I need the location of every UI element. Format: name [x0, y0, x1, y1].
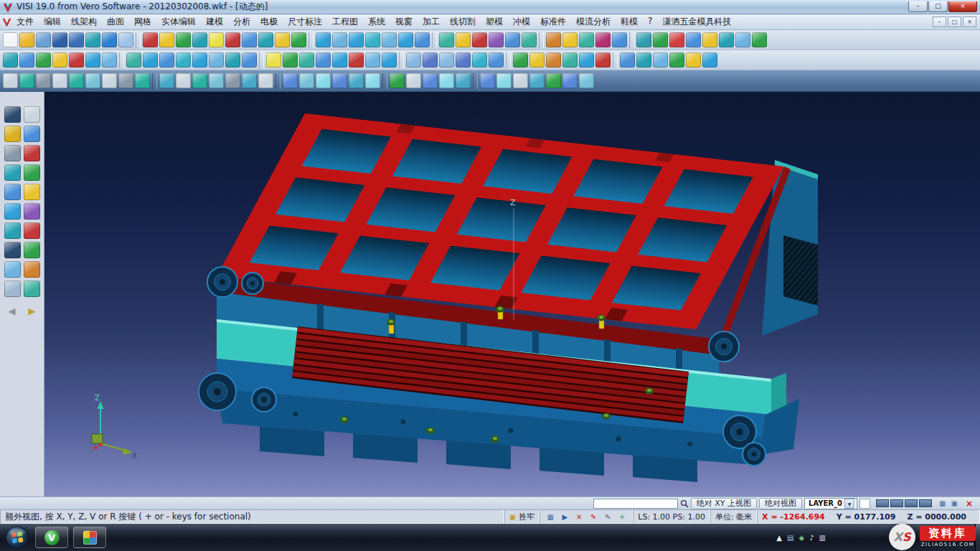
toolbar-icon[interactable] — [24, 106, 40, 123]
grid-icon[interactable]: ▦ — [939, 499, 946, 507]
toolbar-icon[interactable] — [118, 32, 133, 47]
toolbar-icon[interactable] — [349, 73, 364, 88]
toolbar-icon[interactable] — [595, 52, 611, 67]
viewport-canvas[interactable]: Z Z X — [44, 92, 980, 496]
menu-item[interactable]: 模流分析 — [571, 14, 616, 30]
toolbar-icon[interactable] — [612, 32, 627, 47]
toolbar-icon[interactable] — [4, 281, 21, 297]
toolbar-icon[interactable] — [209, 32, 224, 47]
toolbar-icon[interactable] — [242, 32, 257, 47]
toolbar-icon[interactable] — [382, 52, 397, 67]
toolbar-icon[interactable] — [3, 73, 18, 88]
toolbar-icon[interactable] — [686, 52, 701, 67]
toolbar-icon[interactable] — [382, 32, 397, 47]
status-tool-icon[interactable]: × — [573, 513, 585, 521]
toolbar-icon[interactable] — [423, 52, 438, 67]
toolbar-icon[interactable] — [102, 73, 117, 88]
toolbar-icon[interactable] — [52, 73, 67, 88]
menu-app-icon[interactable] — [2, 17, 11, 27]
toolbar-icon[interactable] — [4, 164, 21, 181]
menu-item[interactable]: ? — [643, 14, 657, 30]
toolbar-icon[interactable] — [4, 145, 21, 161]
menu-item[interactable]: 文件 — [11, 14, 39, 30]
toolbar-icon[interactable] — [4, 222, 21, 239]
toolbar-icon[interactable] — [299, 52, 314, 67]
chevron-down-icon[interactable]: ▼ — [844, 499, 854, 509]
toolbar-icon[interactable] — [390, 73, 405, 88]
toolbar-icon[interactable] — [4, 126, 21, 142]
toolbar-icon[interactable] — [686, 32, 701, 47]
toolbar-icon[interactable] — [669, 52, 684, 67]
color-swatch[interactable] — [919, 499, 932, 507]
menu-item[interactable]: 尺寸标注 — [283, 14, 327, 30]
layer-color-box[interactable] — [859, 499, 870, 509]
minimize-button[interactable]: – — [908, 1, 928, 12]
toolbar-icon[interactable] — [332, 52, 347, 67]
tray-icon[interactable]: ♪ — [809, 534, 814, 542]
toolbar-icon[interactable] — [529, 52, 545, 67]
toolbar-icon[interactable] — [719, 32, 734, 47]
toolbar-icon[interactable] — [398, 32, 413, 47]
toolbar-icon[interactable] — [562, 52, 578, 67]
toolbar-icon[interactable] — [275, 32, 290, 47]
lock-toggle[interactable]: ▣ 拴牢 — [504, 509, 540, 524]
toolbar-icon[interactable] — [19, 73, 34, 88]
toolbar-icon[interactable] — [209, 52, 224, 67]
toolbar-icon[interactable] — [365, 52, 380, 67]
toolbar-icon[interactable] — [480, 73, 495, 88]
cancel-icon[interactable]: × — [966, 499, 973, 509]
toolbar-icon[interactable] — [69, 73, 84, 88]
toolbar-icon[interactable] — [439, 52, 454, 67]
tray-icon[interactable]: ▲ — [776, 534, 782, 542]
menu-item[interactable]: 电极 — [255, 14, 283, 30]
toolbar-icon[interactable] — [225, 32, 240, 47]
toolbar-icon[interactable] — [562, 73, 578, 88]
toolbar-icon[interactable] — [85, 52, 100, 67]
toolbar-icon[interactable] — [69, 32, 84, 47]
menu-item[interactable]: 系统 — [363, 14, 390, 30]
mdi-minimize-button[interactable]: – — [933, 17, 946, 27]
toolbar-icon[interactable] — [159, 32, 174, 47]
menu-item[interactable]: 网格 — [129, 14, 156, 30]
toolbar-icon[interactable] — [365, 73, 380, 88]
toolbar-icon[interactable] — [135, 73, 150, 88]
toolbar-icon[interactable] — [52, 32, 67, 47]
toolbar-icon[interactable] — [19, 32, 34, 47]
toolbar-icon[interactable] — [143, 52, 158, 67]
toolbar-icon[interactable] — [242, 73, 257, 88]
toolbar-icon[interactable] — [24, 203, 40, 220]
toolbar-icon[interactable] — [489, 52, 504, 67]
toolbar-icon[interactable] — [406, 73, 421, 88]
toolbar-icon[interactable] — [176, 73, 191, 88]
toolbar-icon[interactable] — [546, 32, 561, 47]
toolbar-icon[interactable] — [579, 32, 594, 47]
toolbar-icon[interactable] — [620, 52, 635, 67]
toolbar-icon[interactable] — [669, 32, 684, 47]
taskbar-app-visi[interactable]: V — [35, 527, 68, 548]
toolbar-icon[interactable] — [143, 32, 158, 47]
toolbar-icon[interactable] — [291, 32, 306, 47]
layer-select[interactable]: LAYER_0 ▼ — [804, 498, 857, 509]
toolbar-icon[interactable] — [4, 242, 21, 258]
menu-item[interactable]: 曲面 — [102, 14, 129, 30]
toolbar-icon[interactable] — [579, 73, 594, 88]
toolbar-icon[interactable] — [546, 52, 561, 67]
toolbar-icon[interactable] — [85, 73, 100, 88]
toolbar-icon[interactable] — [24, 184, 40, 200]
toolbar-icon[interactable] — [316, 32, 331, 47]
toolbar-icon[interactable] — [192, 52, 207, 67]
menu-item[interactable]: 冲模 — [508, 14, 535, 30]
toolbar-icon[interactable] — [562, 32, 578, 47]
toolbar-icon[interactable] — [456, 73, 471, 88]
toolbar-icon[interactable] — [653, 32, 668, 47]
toolbar-icon[interactable] — [4, 261, 21, 278]
toolbar-icon[interactable] — [365, 32, 380, 47]
toolbar-icon[interactable] — [36, 52, 51, 67]
toolbar-icon[interactable] — [24, 222, 40, 239]
toolbar-icon[interactable] — [24, 261, 40, 278]
toolbar-icon[interactable] — [406, 52, 421, 67]
menu-item[interactable]: 潇洒五金模具科技 — [657, 14, 736, 30]
menu-item[interactable]: 标准件 — [535, 14, 571, 30]
toolbar-icon[interactable] — [513, 73, 528, 88]
toolbar-icon[interactable] — [159, 73, 174, 88]
